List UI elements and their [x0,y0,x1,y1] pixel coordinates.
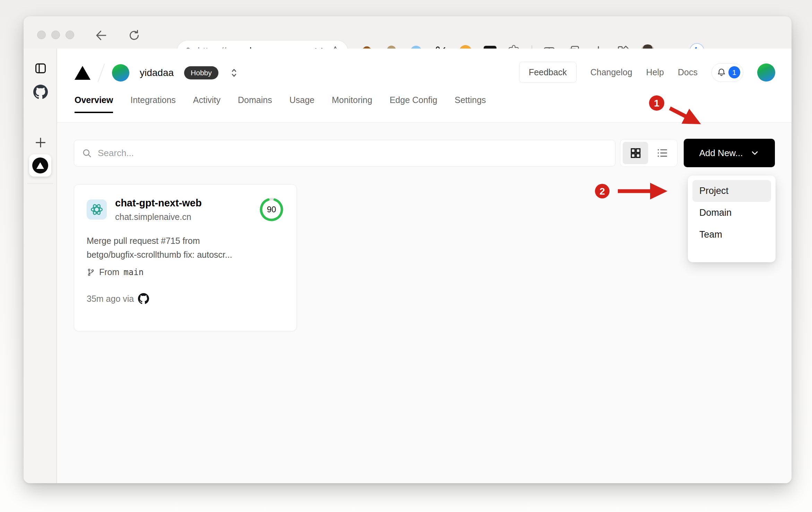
plan-badge: Hobby [184,66,218,79]
sidebar-add-icon[interactable] [34,136,47,151]
branch-row: From main [87,267,284,277]
tab-activity[interactable]: Activity [193,95,221,113]
deployment-meta: 35m ago via [87,293,284,304]
refresh-icon [128,29,141,42]
project-name[interactable]: chat-gpt-next-web [115,197,202,209]
search-input[interactable] [98,148,607,159]
commit-message: Merge pull request #715 from betgo/bugfi… [87,234,284,262]
dashboard-tabs: Overview Integrations Activity Domains U… [75,95,486,113]
menu-item-team[interactable]: Team [692,224,771,246]
score-value: 90 [259,197,284,222]
add-new-dropdown: Project Domain Team [688,176,776,262]
team-name[interactable]: yidadaa [140,67,174,78]
github-sidebar-icon[interactable] [33,85,48,101]
help-link[interactable]: Help [646,67,664,77]
tab-settings[interactable]: Settings [455,95,486,113]
breadcrumb-slash [97,63,105,82]
tab-usage[interactable]: Usage [290,95,314,113]
bell-icon [716,67,727,78]
tab-edge-config[interactable]: Edge Config [390,95,438,113]
vercel-logo-icon[interactable] [75,66,90,80]
deployed-time: 35m ago via [87,294,134,304]
from-label: From [99,267,119,277]
openai-logo-icon [89,202,104,217]
github-icon [138,293,149,304]
list-view-button[interactable] [649,142,675,164]
vercel-page: yidadaa Hobby Feedback Changelog Help Do… [57,49,792,483]
window-zoom-button[interactable] [66,31,74,39]
user-avatar[interactable] [757,63,775,82]
search-icon [82,148,92,159]
score-ring[interactable]: 90 [259,197,284,222]
list-view-icon [656,147,668,159]
docs-link[interactable]: Docs [678,67,698,77]
sidebar-toggle-icon[interactable] [34,62,47,76]
vercel-sidebar-app[interactable] [29,154,51,177]
git-branch-icon [87,268,95,276]
notifications-button[interactable]: 1 [711,63,743,82]
branch-name: main [123,267,144,277]
tab-overview[interactable]: Overview [75,95,113,113]
dashboard-main: Add New... Project Domain Team chat-gp [57,122,792,483]
project-search[interactable] [74,140,615,167]
tab-domains[interactable]: Domains [238,95,272,113]
project-card[interactable]: chat-gpt-next-web chat.simplenaive.cn 90… [74,184,297,331]
notification-count: 1 [728,66,740,78]
refresh-button[interactable] [128,29,141,42]
menu-item-project[interactable]: Project [692,180,771,202]
menu-item-domain[interactable]: Domain [692,202,771,224]
team-switcher-icon[interactable] [229,67,239,79]
page-header-right: Feedback Changelog Help Docs 1 [519,62,775,83]
sidebar-divider [27,183,53,184]
window-minimize-button[interactable] [51,31,60,39]
back-arrow-icon [95,29,108,42]
grid-view-icon [630,147,641,159]
chevron-down-icon [750,148,759,157]
team-avatar[interactable] [112,64,129,82]
project-favicon [87,199,107,220]
project-domain[interactable]: chat.simplenaive.cn [115,212,202,222]
tab-integrations[interactable]: Integrations [130,95,176,113]
window-close-button[interactable] [37,31,46,39]
edge-sidebar [24,49,57,483]
page-header-left: yidadaa Hobby [75,63,239,83]
feedback-button[interactable]: Feedback [519,62,577,83]
changelog-link[interactable]: Changelog [590,67,632,77]
tab-monitoring[interactable]: Monitoring [332,95,372,113]
vercel-icon [32,157,48,173]
add-new-button[interactable]: Add New... [684,139,775,167]
view-toggle [620,139,677,167]
grid-view-button[interactable] [623,142,648,164]
back-button[interactable] [95,29,108,42]
